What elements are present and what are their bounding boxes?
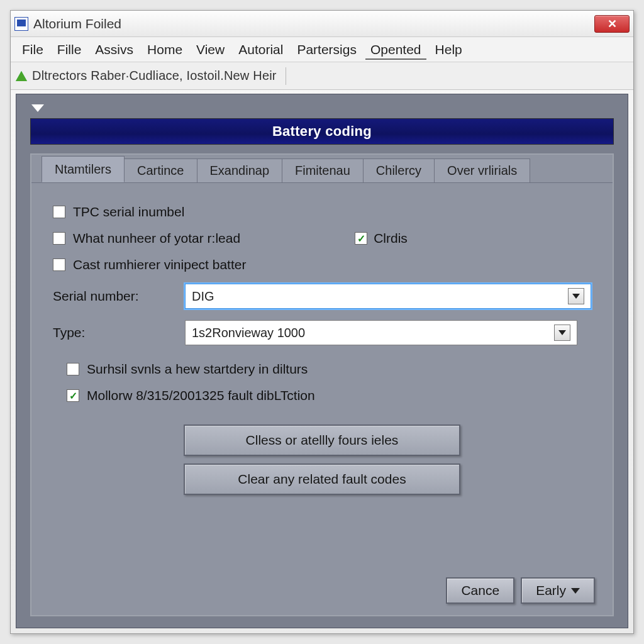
early-button[interactable]: Early	[521, 577, 595, 604]
window-title: Altorium Foiled	[33, 16, 121, 31]
section-title-bar: Battery coding	[30, 118, 614, 145]
label-cast: Cast rumhierer vinipect batter	[73, 257, 246, 272]
label-what: What nunheer of yotar r:lead	[73, 231, 240, 246]
menu-help[interactable]: Help	[430, 40, 467, 60]
serial-number-combo[interactable]: DIG	[185, 284, 591, 309]
menu-file[interactable]: File	[17, 40, 48, 60]
footer-buttons: Cance Early	[446, 577, 595, 604]
row-serial: Serial number: DIG	[53, 284, 591, 309]
warning-triangle-icon	[16, 71, 27, 81]
chevron-down-icon	[572, 294, 580, 299]
chevron-down-icon	[558, 330, 566, 335]
label-serial: Serial number:	[53, 289, 185, 304]
tab-chilercy[interactable]: Chilercy	[363, 158, 435, 182]
tab-body: TPC serial inumbel What nunheer of yotar…	[31, 182, 613, 506]
menu-assivs[interactable]: Assivs	[90, 40, 138, 60]
menu-fille[interactable]: Fille	[52, 40, 87, 60]
label-tpc: TPC serial inumbel	[73, 204, 184, 219]
checkbox-cast[interactable]	[53, 258, 65, 271]
menu-partersigs[interactable]: Partersigs	[292, 40, 362, 60]
chevron-down-icon	[571, 588, 580, 594]
collapse-caret-icon[interactable]	[31, 104, 44, 112]
menubar: File Fille Assivs Home View Autorial Par…	[11, 37, 633, 62]
titlebar: Altorium Foiled ✕	[11, 11, 633, 37]
checkbox-what[interactable]	[53, 232, 65, 245]
app-icon	[14, 17, 28, 31]
app-window: Altorium Foiled ✕ File Fille Assivs Home…	[10, 10, 634, 634]
row-surhsil: Surhsil svnls a hew startdery in dilturs	[67, 362, 591, 377]
serial-number-value: DIG	[192, 289, 563, 304]
serial-number-dropdown-button[interactable]	[568, 288, 584, 304]
work-area: Battery coding Ntamtilers Cartince Exand…	[16, 94, 628, 628]
row-tpc: TPC serial inumbel	[53, 204, 591, 219]
checkbox-tpc[interactable]	[53, 206, 65, 218]
tab-ntamtilers[interactable]: Ntamtilers	[42, 156, 125, 182]
clear-fault-codes-button[interactable]: Clear any related fault codes	[184, 464, 460, 495]
section-title: Battery coding	[272, 123, 372, 140]
label-surhsil: Surhsil svnls a hew startdery in dilturs	[87, 362, 308, 377]
cancel-button[interactable]: Cance	[446, 577, 514, 604]
menu-autorial[interactable]: Autorial	[233, 40, 288, 60]
checkbox-clrdis[interactable]	[355, 232, 367, 245]
label-type: Type:	[53, 325, 185, 340]
type-dropdown-button[interactable]	[554, 325, 570, 341]
row-clrdis: Clrdis	[355, 231, 408, 246]
row-mollorw: Mollorw 8/315/2001325 fault dibLTction	[67, 388, 591, 403]
checkbox-mollorw[interactable]	[67, 389, 79, 402]
tab-row: Ntamtilers Cartince Exandinap Fimitenau …	[31, 155, 613, 182]
checkbox-surhsil[interactable]	[67, 363, 79, 375]
menu-view[interactable]: View	[191, 40, 230, 60]
tab-over-vrlirials[interactable]: Over vrlirials	[434, 158, 530, 182]
row-cast: Cast rumhierer vinipect batter	[53, 257, 591, 272]
menu-opented[interactable]: Opented	[365, 40, 426, 60]
toolbar-separator	[286, 67, 286, 85]
label-mollorw: Mollorw 8/315/2001325 fault dibLTction	[87, 388, 315, 403]
tab-fimitenau[interactable]: Fimitenau	[282, 158, 364, 182]
clless-button[interactable]: Clless or atellly fours ieles	[184, 425, 460, 456]
toolbar: Dltrectors Raber·Cudliace, Iostoil.New H…	[11, 62, 633, 90]
tab-panel: Ntamtilers Cartince Exandinap Fimitenau …	[30, 153, 614, 616]
type-combo[interactable]: 1s2Ronvieway 1000	[185, 320, 577, 345]
toolbar-text: Dltrectors Raber·Cudliace, Iostoil.New H…	[32, 69, 277, 83]
menu-home[interactable]: Home	[142, 40, 187, 60]
tab-exandinap[interactable]: Exandinap	[197, 158, 283, 182]
row-what: What nunheer of yotar r:lead Clrdis	[53, 231, 591, 246]
type-value: 1s2Ronvieway 1000	[192, 326, 549, 340]
button-stack: Clless or atellly fours ieles Clear any …	[53, 425, 591, 495]
row-type: Type: 1s2Ronvieway 1000	[53, 320, 591, 345]
label-clrdis: Clrdis	[374, 231, 408, 246]
tab-cartince[interactable]: Cartince	[124, 158, 197, 182]
close-button[interactable]: ✕	[594, 15, 630, 33]
close-icon: ✕	[608, 17, 617, 31]
